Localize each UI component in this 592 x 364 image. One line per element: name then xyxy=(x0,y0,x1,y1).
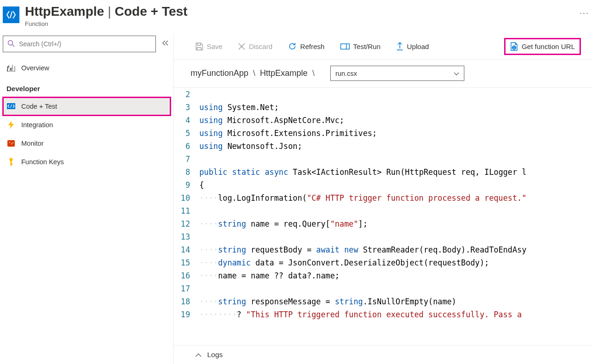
collapse-sidebar-icon[interactable] xyxy=(160,38,171,50)
code-icon xyxy=(6,103,16,109)
sidebar-item-monitor[interactable]: Monitor xyxy=(3,134,171,153)
function-icon xyxy=(3,6,19,23)
sidebar: fx Overview Developer Code + Test Integr… xyxy=(0,34,173,364)
file-select[interactable]: run.csx xyxy=(330,66,464,81)
svg-point-7 xyxy=(12,142,13,143)
code-editor[interactable]: 2 3using System.Net;4using Microsoft.Asp… xyxy=(174,87,592,345)
page-subtitle: Function xyxy=(25,20,563,27)
breadcrumb: myFunctionApp \ HttpExample \ run.csx xyxy=(174,60,592,87)
svg-rect-4 xyxy=(7,140,15,147)
sidebar-section-developer: Developer xyxy=(3,77,171,97)
sidebar-item-label: Overview xyxy=(21,64,49,72)
svg-text:f: f xyxy=(7,65,9,71)
sidebar-item-code-test[interactable]: Code + Test xyxy=(3,97,171,116)
chevron-down-icon xyxy=(454,70,459,77)
chevron-up-icon xyxy=(195,351,202,359)
breadcrumb-app[interactable]: myFunctionApp xyxy=(191,68,248,78)
sidebar-item-label: Function Keys xyxy=(21,158,64,166)
discard-button[interactable]: Discard xyxy=(234,40,277,53)
breadcrumb-function[interactable]: HttpExample xyxy=(260,68,308,78)
sidebar-item-label: Monitor xyxy=(21,140,43,147)
sidebar-item-label: Code + Test xyxy=(21,103,57,110)
monitor-icon xyxy=(6,140,16,147)
svg-point-6 xyxy=(11,143,12,144)
sidebar-item-overview[interactable]: fx Overview xyxy=(3,59,171,77)
more-icon[interactable]: ··· xyxy=(580,4,589,18)
sidebar-item-function-keys[interactable]: Function Keys xyxy=(3,153,171,171)
testrun-button[interactable]: Test/Run xyxy=(336,40,385,53)
key-icon xyxy=(6,158,16,166)
svg-point-0 xyxy=(8,40,13,45)
page-title: HttpExample | Code + Test xyxy=(25,4,563,19)
logs-label: Logs xyxy=(207,351,223,359)
svg-point-5 xyxy=(9,142,10,143)
get-function-url-button[interactable]: Get function URL xyxy=(504,38,581,55)
logs-panel-toggle[interactable]: Logs xyxy=(174,345,592,364)
refresh-button[interactable]: Refresh xyxy=(284,39,329,53)
save-button[interactable]: Save xyxy=(191,40,227,53)
toolbar: Save Discard Refresh Test/Run Upload Get… xyxy=(174,34,592,60)
svg-text:x: x xyxy=(10,67,12,71)
search-input[interactable] xyxy=(3,36,156,52)
sidebar-item-integration[interactable]: Integration xyxy=(3,116,171,134)
overview-icon: fx xyxy=(6,64,16,72)
search-icon xyxy=(7,40,15,49)
svg-rect-9 xyxy=(11,161,12,166)
bolt-icon xyxy=(6,121,16,129)
svg-point-8 xyxy=(10,158,13,161)
svg-rect-11 xyxy=(340,43,349,49)
svg-rect-10 xyxy=(11,164,13,165)
sidebar-item-label: Integration xyxy=(21,121,53,129)
upload-button[interactable]: Upload xyxy=(392,39,434,53)
